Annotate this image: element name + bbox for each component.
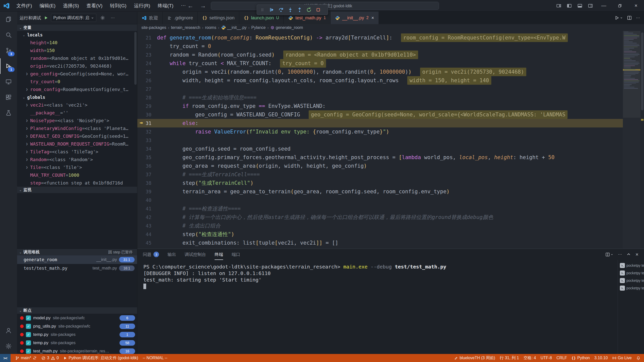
call-stack-section-header[interactable]: ⌄ 调用堆栈 因 step 已暂停 [17, 249, 137, 255]
variable-row[interactable]: ❯PlanetaryWindConfig = <class 'Planeta… [17, 124, 137, 132]
toggle-panel-icon[interactable] [575, 0, 585, 11]
activity-item-testing[interactable] [0, 105, 17, 121]
maximize-panel-icon[interactable] [626, 252, 631, 257]
tab-欢迎[interactable]: 欢迎 [137, 12, 163, 24]
tab-settings.json[interactable]: {}settings.json [198, 12, 239, 24]
problems[interactable]: 30 [41, 354, 59, 362]
breakpoint-row[interactable]: ✓test_math.pysite-packages\terrain_res…1… [17, 347, 137, 354]
code-line[interactable]: 38 step("生成TerrainCell") [137, 179, 623, 187]
activity-item-remote-explorer[interactable] [0, 74, 17, 89]
menu-item[interactable]: 转到(G) [107, 1, 130, 11]
menu-item[interactable]: 运行(R) [131, 1, 153, 11]
sidebar-more-actions-icon[interactable]: ··· [109, 14, 116, 22]
variables-scrollbar[interactable] [134, 32, 137, 85]
go-live[interactable]: Go Live [612, 354, 632, 362]
code-line[interactable]: 30 geo_config = WASTELAND_GEO_CONFIGgeo_… [137, 110, 623, 119]
code-line[interactable]: 42 # 计算每一个出口的中心，然后使用astar生成路径，确保每一个出口组合都… [137, 213, 623, 221]
breakpoint-row[interactable]: ✓temp.pysite-packages1 [17, 330, 137, 339]
code-line[interactable]: 29 if room_config.env_type == EnvType.WA… [137, 102, 623, 110]
variable-group[interactable]: ⌄locals [17, 31, 137, 39]
code-line[interactable]: 44 step("检查连通性") [137, 230, 623, 239]
toggle-sidebar-icon[interactable] [564, 0, 575, 11]
code-line[interactable]: 41 # ====检查连通性==== [137, 204, 623, 213]
code-line[interactable]: 24 while try_count < MAX_TRY_COUNT:try_c… [137, 59, 623, 68]
code-line[interactable]: 23 random = Random(room_config.seed)rand… [137, 51, 623, 59]
code-line[interactable]: 31 else: [137, 119, 623, 127]
breakpoints-section-header[interactable]: ⌄ 断点 [17, 307, 137, 314]
nav-back-icon[interactable]: ← [187, 2, 193, 9]
code-line[interactable]: 40 [137, 196, 623, 204]
customize-layout-icon[interactable] [553, 0, 564, 11]
code-line[interactable]: 32 raise ValueError(f"Invalid env type: … [137, 127, 623, 136]
split-editor-icon[interactable] [627, 15, 632, 20]
code-line[interactable]: 25 origin = vec2i(random.randint(0, 1000… [137, 68, 623, 76]
window-minimize-button[interactable]: — [596, 0, 612, 11]
debug-session[interactable]: Python 调试程序: 启动文件 (godot-ldtk) [63, 354, 138, 362]
panel-tab-输出[interactable]: 输出 [168, 249, 176, 260]
variable-row[interactable]: ❯vec2i = <class 'vec2i'> [17, 101, 137, 109]
toggle-secondary-sidebar-icon[interactable] [585, 0, 596, 11]
variable-row[interactable]: ❯Tile = <class 'Tile'> [17, 163, 137, 171]
variables-section-header[interactable]: ⌄ 变量 [17, 24, 137, 31]
panel-more-actions-icon[interactable]: ··· [618, 252, 622, 257]
breadcrumb-item[interactable]: __init__.py [221, 25, 247, 30]
breakpoint-checkbox[interactable]: ✓ [26, 315, 31, 321]
terminal-list-item[interactable]: pocketpy te… [618, 262, 644, 268]
stack-frame[interactable]: generate_room__init__.py31:1 [17, 255, 137, 264]
code-line[interactable]: 45 exit_combinations: list[tuple[vec2i, … [137, 239, 623, 247]
code-line[interactable]: 20 [137, 31, 623, 33]
variable-row[interactable]: origin = vec2i(7205730, 9024468) [17, 62, 137, 70]
step-over-button[interactable] [277, 6, 285, 14]
continue-button[interactable] [267, 6, 276, 14]
terminal-list-item[interactable]: pocketpy te… [618, 278, 644, 284]
stack-frame[interactable]: test/test_math.pytest_math.py16:1 [17, 264, 137, 273]
terminal-views-icon[interactable] [605, 252, 613, 257]
restart-button[interactable] [305, 6, 313, 14]
variable-row[interactable]: try_count = 0 [17, 78, 137, 85]
step-out-button[interactable] [295, 6, 304, 14]
activity-item-explorer[interactable] [0, 12, 17, 27]
variable-row[interactable]: width = 150 [17, 47, 137, 54]
editor-scrollbar[interactable] [640, 31, 644, 249]
panel-tab-终端[interactable]: 终端 [215, 249, 223, 260]
code-line[interactable]: 36 geo_area = request_area(origin, width… [137, 162, 623, 170]
activity-item-run-and-debug[interactable]: 1 [0, 58, 17, 74]
start-debug-icon[interactable] [44, 15, 49, 20]
encoding[interactable]: UTF-8 [541, 354, 552, 362]
debug-settings-gear-icon[interactable] [99, 14, 106, 22]
remote-indicator[interactable]: >< [0, 354, 11, 362]
breakpoint-checkbox[interactable]: ✓ [26, 324, 31, 329]
variable-row[interactable]: ❯room_config = RoomRequestConfig(env_t… [17, 85, 137, 93]
code-line[interactable]: 27 [137, 85, 623, 93]
variable-row[interactable]: ❯geo_config = GeoConfig(seed=None, wor… [17, 70, 137, 78]
code-editor[interactable]: 2021def generate_room(room_config: RoomR… [137, 31, 644, 249]
activity-item-accounts[interactable] [0, 323, 17, 338]
variable-row[interactable]: ❯NoiseType = <class 'NoiseType'> [17, 117, 137, 124]
breadcrumb-item[interactable]: terrain_research [171, 25, 200, 30]
notifications[interactable] [636, 354, 640, 362]
variable-row[interactable]: MAX_TRY_COUNT = 1000 [17, 171, 137, 179]
breakpoint-row[interactable]: ✓model.pysite-packages\wfc6 [17, 314, 137, 322]
window-close-button[interactable]: × [628, 0, 644, 11]
editor-scrollbar-thumb[interactable] [641, 32, 643, 110]
code-line[interactable]: 39 terrain_area = geo_area_to_terrain(ge… [137, 187, 623, 196]
panel-tab-问题[interactable]: 问题3 [143, 249, 159, 260]
code-line[interactable]: 28 # ====生成初始地理信息==== [137, 93, 623, 102]
run-python-file-icon[interactable] [614, 15, 623, 20]
gitlens-author[interactable]: blueloveTH (3 周前) [454, 354, 495, 362]
code-line[interactable]: 37 # ====生成TerrainCell==== [137, 170, 623, 179]
menu-item[interactable]: 终端(T) [154, 1, 177, 11]
editor-more-actions-icon[interactable]: ··· [636, 16, 640, 20]
python-version[interactable]: 3.10.10 [594, 354, 608, 362]
cursor-position[interactable]: 行 31, 列 1 [500, 354, 519, 362]
variable-row[interactable]: step = <function step at 0x1bf8d716d [17, 179, 137, 186]
breakpoint-checkbox[interactable]: ✓ [26, 349, 31, 354]
watch-section-header[interactable]: ⌄ 监视 [17, 186, 137, 193]
terminal[interactable]: PS C:\computer_science\godot-ldtk\site-p… [137, 260, 618, 354]
vim-mode[interactable]: -- NORMAL -- [143, 354, 167, 362]
variable-row[interactable]: height = 140 [17, 39, 137, 47]
code-line[interactable]: 21def generate_room(room_config: RoomReq… [137, 33, 623, 42]
activity-item-source-control[interactable]: 3 [0, 43, 17, 58]
window-restore-button[interactable] [612, 0, 628, 11]
code-line[interactable]: 22 try_count = 0 [137, 42, 623, 51]
